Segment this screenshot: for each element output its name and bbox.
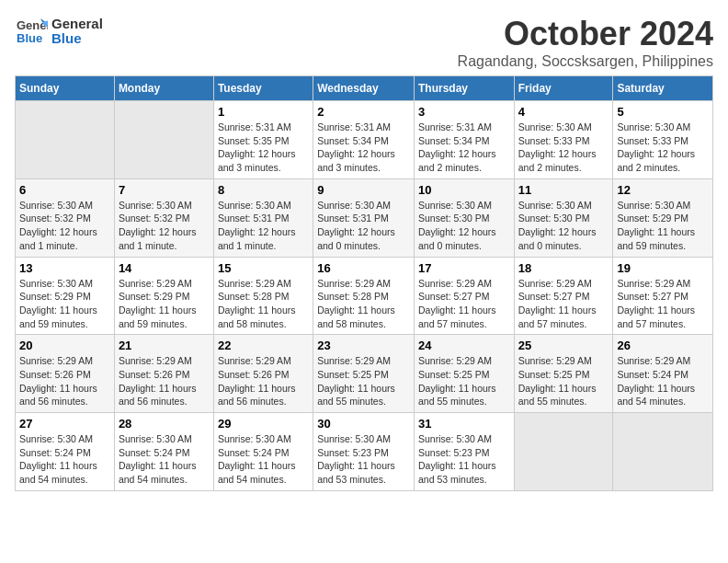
calendar-cell: [514, 413, 613, 491]
day-number: 1: [218, 105, 309, 119]
day-info: Sunrise: 5:30 AM Sunset: 5:32 PM Dayligh…: [119, 199, 210, 253]
day-info: Sunrise: 5:30 AM Sunset: 5:30 PM Dayligh…: [518, 199, 609, 253]
day-info: Sunrise: 5:30 AM Sunset: 5:24 PM Dayligh…: [119, 432, 210, 487]
day-info: Sunrise: 5:29 AM Sunset: 5:29 PM Dayligh…: [119, 277, 210, 331]
calendar-cell: 16Sunrise: 5:29 AM Sunset: 5:28 PM Dayli…: [313, 257, 415, 335]
day-info: Sunrise: 5:30 AM Sunset: 5:29 PM Dayligh…: [617, 199, 709, 253]
calendar-cell: 28Sunrise: 5:30 AM Sunset: 5:24 PM Dayli…: [114, 413, 213, 491]
day-info: Sunrise: 5:29 AM Sunset: 5:25 PM Dayligh…: [418, 354, 510, 408]
calendar-week-row: 13Sunrise: 5:30 AM Sunset: 5:29 PM Dayli…: [16, 257, 713, 335]
calendar-cell: 4Sunrise: 5:30 AM Sunset: 5:33 PM Daylig…: [514, 101, 613, 179]
day-info: Sunrise: 5:29 AM Sunset: 5:26 PM Dayligh…: [218, 354, 309, 408]
day-number: 31: [418, 417, 510, 431]
calendar-cell: 13Sunrise: 5:30 AM Sunset: 5:29 PM Dayli…: [16, 257, 115, 335]
day-number: 18: [518, 261, 609, 275]
day-info: Sunrise: 5:31 AM Sunset: 5:34 PM Dayligh…: [418, 121, 510, 175]
day-number: 11: [518, 183, 609, 197]
calendar-cell: 15Sunrise: 5:29 AM Sunset: 5:28 PM Dayli…: [213, 257, 313, 335]
day-number: 27: [19, 417, 110, 431]
day-number: 6: [19, 183, 110, 197]
day-info: Sunrise: 5:30 AM Sunset: 5:23 PM Dayligh…: [317, 432, 410, 487]
day-number: 4: [518, 105, 609, 119]
calendar-week-row: 20Sunrise: 5:29 AM Sunset: 5:26 PM Dayli…: [16, 335, 713, 413]
calendar-header-cell: Friday: [514, 76, 613, 101]
day-number: 5: [617, 105, 709, 119]
day-number: 12: [617, 183, 709, 197]
page-subtitle: Ragandang, Soccsksargen, Philippines: [458, 53, 713, 70]
calendar-cell: 2Sunrise: 5:31 AM Sunset: 5:34 PM Daylig…: [313, 101, 415, 179]
calendar-cell: 22Sunrise: 5:29 AM Sunset: 5:26 PM Dayli…: [213, 335, 313, 413]
calendar-cell: 24Sunrise: 5:29 AM Sunset: 5:25 PM Dayli…: [414, 335, 514, 413]
logo: General Blue General Blue: [15, 15, 103, 48]
day-info: Sunrise: 5:30 AM Sunset: 5:23 PM Dayligh…: [418, 432, 510, 487]
calendar-cell: [114, 101, 213, 179]
day-number: 19: [617, 261, 709, 275]
calendar-cell: 21Sunrise: 5:29 AM Sunset: 5:26 PM Dayli…: [114, 335, 213, 413]
calendar-cell: 25Sunrise: 5:29 AM Sunset: 5:25 PM Dayli…: [514, 335, 613, 413]
calendar-cell: 31Sunrise: 5:30 AM Sunset: 5:23 PM Dayli…: [414, 413, 514, 491]
calendar-cell: 29Sunrise: 5:30 AM Sunset: 5:24 PM Dayli…: [213, 413, 313, 491]
day-number: 23: [317, 339, 410, 352]
calendar-week-row: 1Sunrise: 5:31 AM Sunset: 5:35 PM Daylig…: [16, 101, 713, 179]
day-info: Sunrise: 5:30 AM Sunset: 5:33 PM Dayligh…: [617, 121, 709, 175]
day-number: 8: [218, 183, 309, 197]
calendar-cell: [613, 413, 713, 491]
calendar-header-cell: Sunday: [16, 76, 115, 101]
day-info: Sunrise: 5:30 AM Sunset: 5:29 PM Dayligh…: [19, 277, 110, 331]
calendar-header-cell: Wednesday: [313, 76, 415, 101]
day-number: 13: [19, 261, 110, 275]
day-info: Sunrise: 5:29 AM Sunset: 5:24 PM Dayligh…: [617, 354, 709, 408]
day-info: Sunrise: 5:30 AM Sunset: 5:30 PM Dayligh…: [418, 199, 510, 253]
day-number: 26: [617, 339, 709, 352]
calendar-cell: [16, 101, 115, 179]
day-info: Sunrise: 5:30 AM Sunset: 5:31 PM Dayligh…: [218, 199, 309, 253]
day-info: Sunrise: 5:29 AM Sunset: 5:27 PM Dayligh…: [418, 277, 510, 331]
calendar-body: 1Sunrise: 5:31 AM Sunset: 5:35 PM Daylig…: [16, 101, 713, 491]
day-number: 14: [119, 261, 210, 275]
calendar-table: SundayMondayTuesdayWednesdayThursdayFrid…: [15, 75, 713, 491]
calendar-cell: 6Sunrise: 5:30 AM Sunset: 5:32 PM Daylig…: [16, 178, 115, 257]
day-number: 20: [19, 339, 110, 352]
svg-text:Blue: Blue: [17, 31, 42, 45]
header: General Blue General Blue October 2024 R…: [15, 15, 713, 70]
day-info: Sunrise: 5:30 AM Sunset: 5:32 PM Dayligh…: [19, 199, 110, 253]
day-number: 17: [418, 261, 510, 275]
calendar-cell: 20Sunrise: 5:29 AM Sunset: 5:26 PM Dayli…: [16, 335, 115, 413]
day-number: 21: [119, 339, 210, 352]
day-number: 29: [218, 417, 309, 431]
page-title: October 2024: [458, 15, 713, 53]
day-info: Sunrise: 5:29 AM Sunset: 5:25 PM Dayligh…: [518, 354, 609, 408]
calendar-header-cell: Tuesday: [213, 76, 313, 101]
day-number: 7: [119, 183, 210, 197]
calendar-cell: 8Sunrise: 5:30 AM Sunset: 5:31 PM Daylig…: [213, 178, 313, 257]
day-info: Sunrise: 5:29 AM Sunset: 5:27 PM Dayligh…: [617, 277, 709, 331]
calendar-cell: 1Sunrise: 5:31 AM Sunset: 5:35 PM Daylig…: [213, 101, 313, 179]
calendar-cell: 14Sunrise: 5:29 AM Sunset: 5:29 PM Dayli…: [114, 257, 213, 335]
calendar-cell: 3Sunrise: 5:31 AM Sunset: 5:34 PM Daylig…: [414, 101, 514, 179]
calendar-header-cell: Thursday: [414, 76, 514, 101]
day-number: 22: [218, 339, 309, 352]
calendar-header-row: SundayMondayTuesdayWednesdayThursdayFrid…: [16, 76, 713, 101]
day-info: Sunrise: 5:29 AM Sunset: 5:27 PM Dayligh…: [518, 277, 609, 331]
calendar-cell: 7Sunrise: 5:30 AM Sunset: 5:32 PM Daylig…: [114, 178, 213, 257]
day-number: 30: [317, 417, 410, 431]
calendar-cell: 19Sunrise: 5:29 AM Sunset: 5:27 PM Dayli…: [613, 257, 713, 335]
day-number: 25: [518, 339, 609, 352]
calendar-cell: 12Sunrise: 5:30 AM Sunset: 5:29 PM Dayli…: [613, 178, 713, 257]
day-number: 15: [218, 261, 309, 275]
calendar-cell: 10Sunrise: 5:30 AM Sunset: 5:30 PM Dayli…: [414, 178, 514, 257]
day-info: Sunrise: 5:30 AM Sunset: 5:24 PM Dayligh…: [218, 432, 309, 487]
title-area: October 2024 Ragandang, Soccsksargen, Ph…: [458, 15, 713, 70]
day-info: Sunrise: 5:31 AM Sunset: 5:34 PM Dayligh…: [317, 121, 410, 175]
calendar-cell: 26Sunrise: 5:29 AM Sunset: 5:24 PM Dayli…: [613, 335, 713, 413]
day-number: 24: [418, 339, 510, 352]
day-info: Sunrise: 5:29 AM Sunset: 5:28 PM Dayligh…: [218, 277, 309, 331]
day-info: Sunrise: 5:30 AM Sunset: 5:33 PM Dayligh…: [518, 121, 609, 175]
day-info: Sunrise: 5:30 AM Sunset: 5:31 PM Dayligh…: [317, 199, 410, 253]
calendar-cell: 18Sunrise: 5:29 AM Sunset: 5:27 PM Dayli…: [514, 257, 613, 335]
day-number: 10: [418, 183, 510, 197]
day-number: 28: [119, 417, 210, 431]
calendar-cell: 23Sunrise: 5:29 AM Sunset: 5:25 PM Dayli…: [313, 335, 415, 413]
calendar-cell: 9Sunrise: 5:30 AM Sunset: 5:31 PM Daylig…: [313, 178, 415, 257]
logo-general-text: General: [51, 17, 103, 32]
